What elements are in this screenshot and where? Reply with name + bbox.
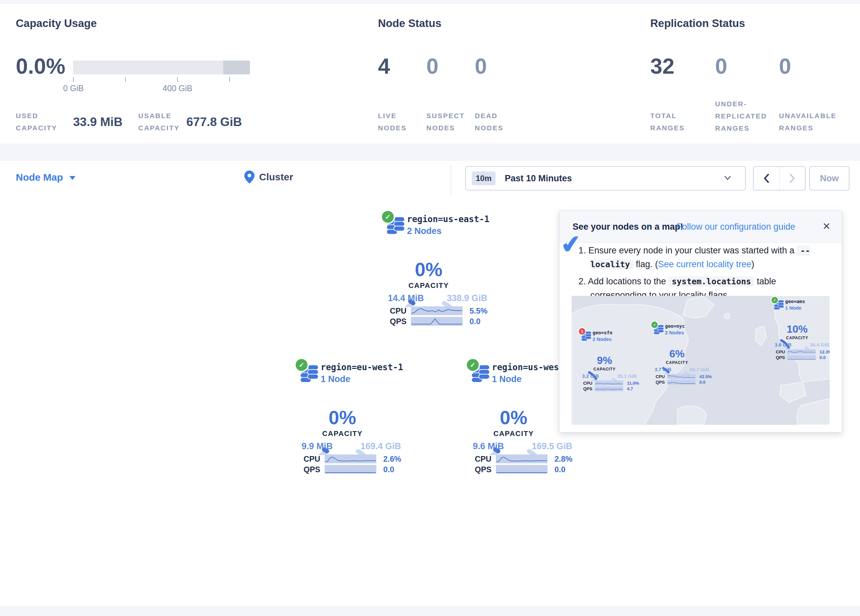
cpu-value: 5.5%: [469, 306, 488, 315]
qps-label: QPS: [776, 355, 785, 360]
capacity-axis-tick: [125, 77, 126, 82]
cpu-label: CPU: [656, 374, 665, 379]
world-map-preview: 1 geo=sfo 2 Nodes 9%: [571, 296, 830, 425]
qps-label: QPS: [583, 386, 592, 391]
cpu-metric-row: CPU 2.8%: [475, 455, 574, 464]
nodes-count-link[interactable]: 2 Nodes: [665, 330, 684, 335]
cluster-overview-page: Capacity Usage 0.0% 0 GiB 400 GiB USED C…: [0, 0, 860, 616]
total-capacity: 338.9 GiB: [425, 293, 487, 303]
chevron-down-icon: [69, 176, 75, 180]
nodes-count-link[interactable]: 1 Node: [492, 374, 521, 384]
chevron-left-icon: [762, 173, 771, 183]
qps-metric-row: QPS 4.7: [583, 386, 637, 391]
used-capacity-value: 33.9 MiB: [73, 115, 122, 129]
toolbar-divider: [451, 165, 451, 194]
now-button[interactable]: Now: [809, 166, 849, 191]
usable-capacity-value: 677.8 GiB: [186, 115, 242, 129]
qps-label: QPS: [390, 317, 406, 326]
total-capacity: 169.5 GiB: [510, 441, 572, 451]
dead-nodes-value: 0: [475, 55, 487, 77]
cpu-label: CPU: [475, 455, 491, 464]
cpu-value: 2.8%: [554, 455, 573, 464]
capacity-axis-tick: [177, 77, 178, 82]
cpu-sparkline: [787, 350, 816, 354]
qps-sparkline: [411, 317, 463, 326]
configuration-guide-link[interactable]: Follow our configuration guide: [676, 222, 795, 232]
cpu-sparkline: [667, 374, 695, 379]
cpu-metric-row: CPU 11.0%: [583, 381, 637, 386]
close-icon[interactable]: ✕: [822, 221, 831, 231]
chevron-right-icon: [788, 173, 796, 183]
popup-title: See your nodes on a map!: [573, 222, 683, 232]
qps-sparkline: [325, 465, 376, 474]
cpu-sparkline: [595, 381, 623, 386]
locality-name: region=us-east-1: [407, 214, 489, 224]
capacity-gauge-label: CAPACITY: [658, 361, 696, 365]
qps-value: 4.7: [627, 386, 633, 391]
used-capacity: 3.6 GiB: [775, 342, 791, 348]
time-range-dropdown[interactable]: 10m Past 10 Minutes: [465, 166, 746, 191]
nodes-count-link[interactable]: 1 Node: [321, 374, 350, 384]
suspect-nodes-value: 0: [426, 55, 439, 77]
qps-metric-row: QPS 0.0: [475, 465, 574, 474]
live-nodes-value: 4: [378, 55, 390, 77]
view-mode-dropdown[interactable]: Node Map: [16, 172, 75, 183]
qps-value: 0.0: [469, 317, 480, 326]
capacity-percent: 0%: [394, 258, 464, 281]
status-ok-icon: ✓: [771, 297, 778, 303]
cpu-label: CPU: [776, 350, 785, 354]
total-ranges-label: TOTAL RANGES: [650, 110, 696, 134]
qps-metric-row: QPS 0.0: [304, 465, 402, 474]
cpu-sparkline: [411, 306, 463, 315]
locality-name: geo=ams: [785, 299, 805, 304]
capacity-gauge-label: CAPACITY: [778, 335, 816, 340]
page-footer-strip: [0, 607, 860, 616]
nodes-count-link[interactable]: 1 Node: [785, 305, 802, 310]
capacity-axis-label-0: 0 GiB: [50, 83, 96, 93]
time-range-label: Past 10 Minutes: [505, 173, 572, 183]
replication-status-title: Replication Status: [650, 17, 745, 30]
used-capacity: 9.6 MiB: [473, 441, 504, 451]
breadcrumb-label: Cluster: [259, 171, 293, 183]
view-mode-label: Node Map: [16, 172, 63, 183]
cpu-metric-row: CPU 2.6%: [304, 455, 402, 464]
nodes-count-link[interactable]: 2 Nodes: [593, 336, 612, 342]
step-text: Add locations to the: [588, 276, 666, 286]
locality-card-eu-west-1: ✓ region=eu-west-1 1 Node 0% CAPACITY 9.…: [296, 359, 406, 474]
unavailable-ranges-label: UNAVAILABLE RANGES: [779, 110, 851, 134]
locality-card-geo-sfo: 1 geo=sfo 2 Nodes 9%: [579, 328, 640, 392]
step-text: ): [751, 259, 754, 269]
cpu-metric-row: CPU 42.5%: [656, 374, 710, 379]
locality-card-geo-nyc: ✓ geo=nyc 2 Nodes 6%: [651, 321, 712, 385]
qps-value: 0.0: [819, 355, 825, 360]
under-replicated-ranges-label: UNDER-REPLICATED RANGES: [715, 98, 783, 134]
total-capacity: 35.1 GiB: [603, 373, 637, 379]
qps-sparkline: [667, 380, 695, 385]
qps-value: 0.0: [554, 465, 565, 474]
time-range-chip: 10m: [472, 171, 496, 185]
capacity-percent: 6%: [658, 348, 696, 360]
cpu-value: 2.6%: [383, 455, 401, 464]
cpu-metric-row: CPU 12.3%: [776, 350, 830, 354]
time-back-button[interactable]: [754, 167, 779, 190]
breadcrumb[interactable]: Cluster: [244, 171, 293, 183]
qps-metric-row: QPS 0.0: [390, 317, 489, 326]
cpu-sparkline: [496, 455, 548, 463]
capacity-percent: 0%: [479, 406, 549, 428]
status-ok-icon: ✓: [651, 321, 658, 328]
qps-sparkline: [595, 386, 623, 391]
locality-tree-link[interactable]: See current locality tree: [658, 259, 751, 269]
total-ranges-value: 32: [650, 55, 674, 77]
capacity-usage-percent: 0.0%: [16, 55, 65, 77]
capacity-axis-tick: [73, 77, 74, 82]
nodes-count-link[interactable]: 2 Nodes: [407, 226, 441, 236]
live-nodes-label: LIVE NODES: [378, 110, 417, 134]
time-forward-button[interactable]: [779, 167, 805, 190]
node-status-title: Node Status: [378, 17, 441, 30]
cpu-value: 42.5%: [699, 374, 711, 379]
qps-value: 0.0: [699, 380, 705, 385]
status-ok-icon: ✓: [382, 211, 394, 223]
capacity-gauge-label: CAPACITY: [308, 429, 377, 438]
cpu-label: CPU: [583, 381, 592, 386]
system-locations-code: system.locations: [669, 276, 754, 287]
